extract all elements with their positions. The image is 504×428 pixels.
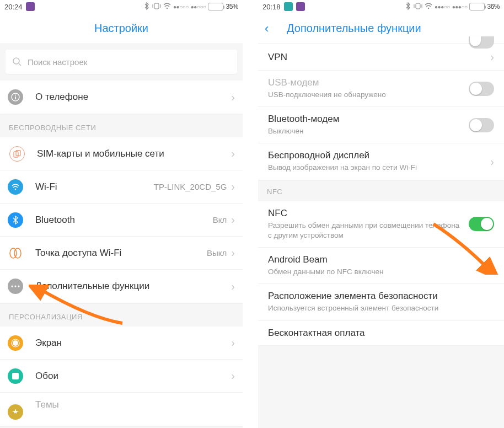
chevron-right-icon: › — [231, 180, 235, 193]
hotspot-icon — [8, 245, 23, 261]
hotspot-value: Выкл — [207, 248, 227, 258]
screen-row[interactable]: Экран › — [0, 327, 243, 360]
svg-point-17 — [13, 340, 18, 346]
contactless-row[interactable]: Бесконтактная оплата — [258, 321, 504, 345]
wireless-display-title: Беспроводной дисплей — [268, 150, 486, 161]
nfc-toggle[interactable] — [469, 217, 494, 231]
nfc-sub: Разрешить обмен данными при совмещении т… — [268, 221, 463, 240]
partial-toggle-cutoff — [469, 36, 494, 49]
vibrate-icon — [152, 3, 161, 11]
hotspot-label: Точка доступа Wi-Fi — [35, 248, 207, 259]
chevron-right-icon: › — [231, 91, 235, 104]
secure-element-sub: Используется встроенный элемент безопасн… — [268, 303, 494, 313]
wallpaper-row[interactable]: Обои › — [0, 360, 243, 393]
bluetooth-value: Вкл — [213, 215, 227, 224]
themes-icon — [8, 404, 23, 420]
svg-point-4 — [13, 58, 19, 64]
search-input[interactable]: Поиск настроек — [6, 50, 237, 74]
bluetooth-row[interactable]: Bluetooth Вкл › — [0, 204, 243, 237]
contactless-title: Бесконтактная оплата — [268, 328, 494, 339]
usb-modem-row[interactable]: USB-модем USB-подключения не обнаружено — [258, 71, 504, 107]
svg-line-5 — [19, 63, 21, 66]
page-title-bar-right: ‹ Дополнительные функции — [258, 13, 504, 44]
screen-label: Экран — [35, 338, 231, 349]
android-beam-title: Android Beam — [268, 254, 494, 265]
wifi-value: TP-LINK_20CD_5G — [154, 182, 227, 191]
bt-modem-toggle[interactable] — [469, 118, 494, 132]
section-personal-header: ПЕРСОНАЛИЗАЦИЯ — [0, 303, 243, 327]
bt-modem-title: Bluetooth-модем — [268, 114, 463, 125]
signal-1-icon: ●●○○○ — [173, 4, 189, 10]
sim-label: SIM-карты и мобильные сети — [37, 148, 231, 159]
bluetooth-icon — [8, 212, 23, 228]
section-wireless-header: БЕСПРОВОДНЫЕ СЕТИ — [0, 114, 243, 137]
more-icon — [8, 279, 23, 294]
wifi-status-icon — [163, 3, 171, 11]
chevron-right-icon: › — [231, 370, 235, 382]
themes-label: Темы — [35, 399, 235, 410]
sim-cards-row[interactable]: SIM-карты и мобильные сети › — [0, 137, 243, 170]
wallpaper-label: Обои — [35, 371, 231, 382]
info-icon — [8, 89, 23, 105]
search-placeholder: Поиск настроек — [28, 57, 87, 67]
svg-point-15 — [14, 285, 16, 287]
nfc-group: NFC Разрешить обмен данными при совмещен… — [258, 201, 504, 345]
nfc-row[interactable]: NFC Разрешить обмен данными при совмещен… — [258, 201, 504, 248]
chevron-right-icon: › — [490, 156, 494, 168]
settings-screen-left: 20:24 ●●○○○ ●●○○○ 35% Настройки Поиск на… — [0, 0, 243, 428]
wireless-display-row[interactable]: Беспроводной дисплей Вывод изображения н… — [258, 143, 504, 179]
chevron-right-icon: › — [231, 247, 235, 259]
battery-icon — [469, 3, 485, 10]
signal-1-icon: ●●●○○ — [435, 4, 450, 10]
about-phone-row[interactable]: О телефоне › — [0, 81, 243, 114]
signal-2-icon: ●●●○○ — [452, 4, 468, 10]
usb-modem-toggle[interactable] — [469, 82, 494, 96]
signal-2-icon: ●●○○○ — [191, 4, 206, 10]
chevron-right-icon: › — [490, 51, 494, 63]
nfc-title: NFC — [268, 208, 463, 219]
vibrate-icon — [414, 3, 422, 11]
svg-point-8 — [15, 95, 16, 96]
wireless-group: SIM-карты и мобильные сети › Wi-Fi TP-LI… — [0, 137, 243, 303]
vpn-row[interactable]: VPN › — [258, 44, 504, 71]
chevron-right-icon: › — [231, 147, 235, 160]
svg-point-11 — [15, 188, 17, 190]
section-nfc-header: NFC — [258, 180, 504, 201]
battery-icon — [208, 3, 223, 10]
status-bar-right: 20:18 ●●●○○ ●●●○○ 36% — [258, 0, 504, 13]
bluetooth-status-icon — [143, 2, 150, 12]
tethering-group: VPN › USB-модем USB-подключения не обнар… — [258, 44, 504, 180]
wifi-status-icon — [425, 3, 432, 11]
bt-modem-row[interactable]: Bluetooth-модем Выключен — [258, 107, 504, 143]
wallpaper-icon — [8, 368, 23, 384]
more-functions-row[interactable]: Дополнительные функции › — [0, 270, 243, 303]
android-beam-row[interactable]: Android Beam Обмен данными по NFC включе… — [258, 248, 504, 284]
statusbar-app-icon — [26, 2, 35, 11]
about-group: О телефоне › — [0, 81, 243, 114]
bluetooth-label: Bluetooth — [35, 215, 213, 226]
chevron-right-icon: › — [231, 336, 235, 349]
hotspot-row[interactable]: Точка доступа Wi-Fi Выкл › — [0, 237, 243, 270]
secure-element-row[interactable]: Расположение элемента безопасности Испол… — [258, 284, 504, 320]
sim-icon — [9, 146, 25, 162]
about-label: О телефоне — [35, 92, 231, 103]
page-title: Настройки — [94, 22, 148, 35]
svg-point-23 — [428, 7, 429, 8]
status-time-right: 20:18 — [262, 3, 281, 11]
status-bar: 20:24 ●●○○○ ●●○○○ 35% — [0, 0, 243, 13]
bluetooth-status-icon — [405, 2, 411, 12]
back-button[interactable]: ‹ — [265, 22, 269, 36]
battery-pct: 35% — [226, 3, 238, 10]
battery-pct-right: 36% — [487, 3, 500, 10]
svg-rect-19 — [12, 373, 19, 379]
vpn-title: VPN — [268, 52, 486, 63]
wifi-row[interactable]: Wi-Fi TP-LINK_20CD_5G › — [0, 170, 243, 204]
additional-functions-screen: 20:18 ●●●○○ ●●●○○ 36% ‹ Дополнительные ф… — [258, 0, 504, 428]
screen-icon — [8, 335, 23, 351]
chevron-right-icon: › — [231, 213, 235, 226]
android-beam-sub: Обмен данными по NFC включен — [268, 267, 494, 277]
wifi-icon — [8, 179, 23, 195]
search-icon — [12, 57, 22, 67]
chevron-right-icon: › — [231, 280, 235, 293]
themes-row[interactable]: Темы — [0, 393, 243, 426]
